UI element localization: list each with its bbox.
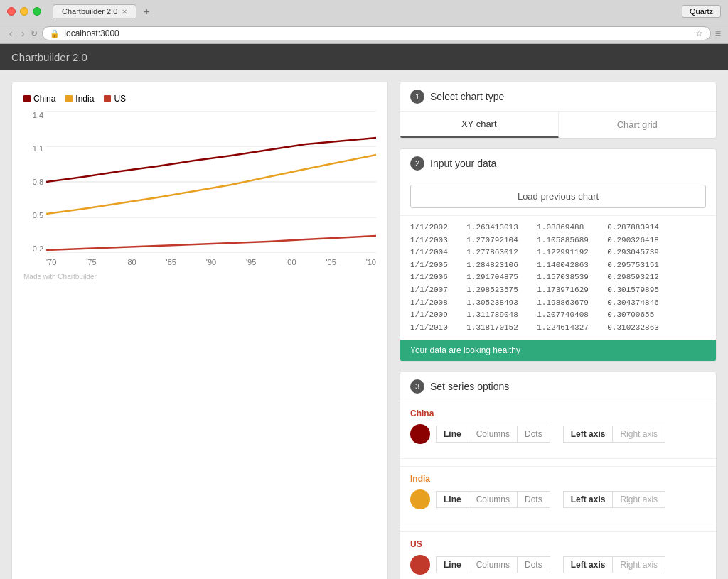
browser-chrome: Chartbuilder 2.0 ✕ + Quartz ‹ › ↻ 🔒 loca… [0, 0, 728, 44]
section3-header: 3 Set series options [400, 372, 716, 401]
back-button[interactable]: ‹ [7, 28, 15, 39]
chart-svg [46, 111, 376, 253]
india-line-button[interactable]: Line [436, 491, 469, 508]
app-title: Chartbuilder 2.0 [11, 51, 87, 63]
us-columns-button[interactable]: Columns [469, 556, 517, 573]
traffic-lights [7, 7, 41, 16]
india-columns-button[interactable]: Columns [469, 491, 517, 508]
section2-header: 2 Input your data [400, 149, 716, 178]
quartz-button[interactable]: Quartz [682, 5, 721, 18]
us-type-buttons: Line Columns Dots [436, 556, 550, 573]
chart-type-buttons: XY chart Chart grid [400, 111, 716, 138]
address-bar: ‹ › ↻ 🔒 localhost:3000 ☆ ≡ [0, 23, 728, 43]
right-panel: 1 Select chart type XY chart Chart grid … [400, 82, 717, 579]
series-china-name: China [410, 408, 706, 418]
forward-button[interactable]: › [19, 28, 27, 39]
series-india-controls: Line Columns Dots Left axis Right axis [410, 489, 706, 509]
legend-label-india: India [75, 94, 94, 104]
series-us-controls: Line Columns Dots Left axis Right axis [410, 555, 706, 575]
us-color-swatch[interactable] [410, 555, 430, 575]
china-line-button[interactable]: Line [436, 426, 469, 443]
india-dots-button[interactable]: Dots [517, 491, 550, 508]
series-china: China Line Columns Dots Left axis Right … [400, 401, 716, 451]
legend-dot-india [65, 95, 73, 102]
legend-dot-china [23, 95, 31, 102]
legend-label-us: US [114, 94, 126, 104]
legend-china: China [23, 94, 55, 104]
china-axis-buttons: Left axis Right axis [563, 426, 665, 443]
series-india-name: India [410, 474, 706, 484]
legend-dot-us [104, 95, 111, 102]
china-left-axis-button[interactable]: Left axis [563, 426, 613, 443]
chart-legend: China India US [23, 94, 376, 104]
china-type-buttons: Line Columns Dots [436, 426, 550, 443]
legend-india: India [65, 94, 94, 104]
section1-header: 1 Select chart type [400, 82, 716, 111]
tab-bar: Chartbuilder 2.0 ✕ + [53, 4, 676, 18]
chart-panel: China India US 1.4 1.1 0.8 0.5 0.2 [11, 82, 388, 579]
chart-area: 1.4 1.1 0.8 0.5 0.2 ' [46, 111, 376, 267]
section3-num: 3 [410, 379, 424, 394]
data-input-area[interactable]: 1/1/2002 1.263413013 1.08869488 0.287883… [400, 215, 716, 340]
series-china-controls: Line Columns Dots Left axis Right axis [410, 424, 706, 444]
india-left-axis-button[interactable]: Left axis [563, 491, 613, 508]
new-tab-button[interactable]: + [139, 4, 154, 18]
menu-icon[interactable]: ≡ [715, 28, 721, 39]
india-type-buttons: Line Columns Dots [436, 491, 550, 508]
us-right-axis-button[interactable]: Right axis [612, 556, 665, 573]
tab-label: Chartbuilder 2.0 [62, 7, 117, 16]
data-table: 1/1/2002 1.263413013 1.08869488 0.287883… [410, 222, 706, 334]
star-icon[interactable]: ☆ [695, 28, 703, 38]
us-dots-button[interactable]: Dots [517, 556, 550, 573]
url-text: localhost:3000 [64, 28, 119, 38]
china-color-swatch[interactable] [410, 424, 430, 444]
section-input-data: 2 Input your data Load previous chart 1/… [400, 148, 717, 362]
legend-us: US [104, 94, 126, 104]
section-series-options: 3 Set series options China Line Columns … [400, 372, 717, 579]
section2-label: Input your data [430, 158, 496, 169]
tab-close-icon[interactable]: ✕ [122, 8, 127, 16]
chart-yaxis: 1.4 1.1 0.8 0.5 0.2 [23, 111, 43, 253]
series-us: US Line Columns Dots Left axis Right axi… [400, 531, 716, 579]
us-left-axis-button[interactable]: Left axis [563, 556, 613, 573]
series-india: India Line Columns Dots Left axis Right … [400, 466, 716, 516]
china-right-axis-button[interactable]: Right axis [612, 426, 665, 443]
xy-chart-button[interactable]: XY chart [400, 112, 559, 138]
lock-icon: 🔒 [50, 29, 60, 38]
minimize-button[interactable] [20, 7, 28, 16]
section2-num: 2 [410, 156, 424, 171]
chart-footer: Made with Chartbuilder [23, 273, 376, 281]
section-chart-type: 1 Select chart type XY chart Chart grid [400, 82, 717, 139]
us-line-button[interactable]: Line [436, 556, 469, 573]
india-color-swatch[interactable] [410, 489, 430, 509]
address-field[interactable]: 🔒 localhost:3000 ☆ [42, 26, 710, 40]
active-tab[interactable]: Chartbuilder 2.0 ✕ [53, 4, 136, 18]
load-previous-chart-button[interactable]: Load previous chart [410, 185, 706, 208]
china-columns-button[interactable]: Columns [469, 426, 517, 443]
refresh-button[interactable]: ↻ [31, 28, 38, 38]
section1-label: Select chart type [430, 91, 504, 102]
india-axis-buttons: Left axis Right axis [563, 491, 665, 508]
data-status-bar: Your data are looking healthy [400, 340, 716, 361]
section3-label: Set series options [430, 381, 509, 392]
app-header: Chartbuilder 2.0 [0, 44, 728, 70]
chart-grid-button[interactable]: Chart grid [559, 112, 717, 138]
legend-label-china: China [33, 94, 55, 104]
us-axis-buttons: Left axis Right axis [563, 556, 665, 573]
series-us-name: US [410, 539, 706, 549]
main-content: China India US 1.4 1.1 0.8 0.5 0.2 [0, 70, 728, 579]
china-dots-button[interactable]: Dots [517, 426, 550, 443]
chart-xaxis: '70 '75 '80 '85 '90 '95 '00 '05 '10 [46, 258, 376, 266]
section1-num: 1 [410, 90, 424, 104]
close-button[interactable] [7, 7, 16, 16]
india-right-axis-button[interactable]: Right axis [612, 491, 665, 508]
maximize-button[interactable] [33, 7, 41, 16]
